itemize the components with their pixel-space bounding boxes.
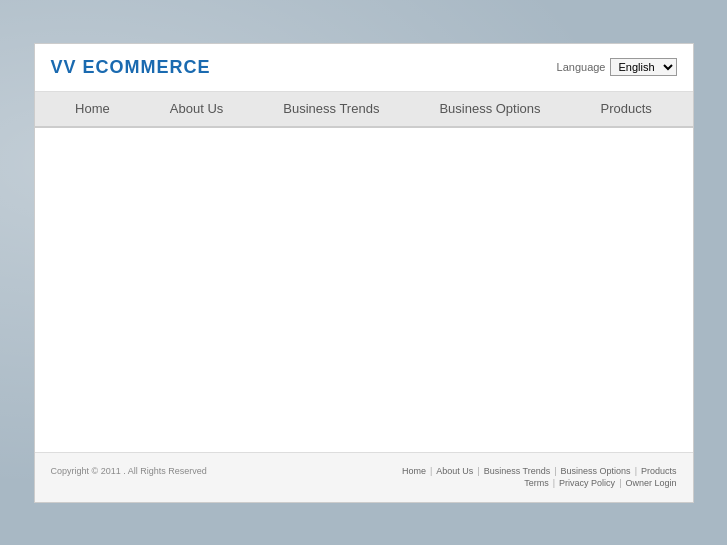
nav-item-business-trends[interactable]: Business Trends (253, 93, 409, 124)
footer-link-home[interactable]: Home (402, 466, 426, 476)
page-wrapper: VV ECOMMERCE Language English Home About… (34, 43, 694, 503)
footer-copyright: Copyright © 2011 . All Rights Reserved (51, 466, 207, 476)
navbar: Home About Us Business Trends Business O… (35, 92, 693, 128)
footer-link-about[interactable]: About Us (436, 466, 473, 476)
footer-link-terms[interactable]: Terms (524, 478, 549, 488)
site-title: VV ECOMMERCE (51, 57, 211, 78)
footer-links-row2: Terms | Privacy Policy | Owner Login (51, 478, 677, 488)
nav-item-products[interactable]: Products (571, 93, 682, 124)
footer-link-products[interactable]: Products (641, 466, 677, 476)
nav-item-business-options[interactable]: Business Options (409, 93, 570, 124)
header: VV ECOMMERCE Language English (35, 44, 693, 92)
footer-link-owner-login[interactable]: Owner Login (625, 478, 676, 488)
language-selector: Language English (557, 58, 677, 76)
footer-row-1: Copyright © 2011 . All Rights Reserved H… (51, 466, 677, 476)
footer-links-row1: Home | About Us | Business Trends | Busi… (402, 466, 677, 476)
footer: Copyright © 2011 . All Rights Reserved H… (35, 452, 693, 502)
nav-item-about-us[interactable]: About Us (140, 93, 253, 124)
footer-link-privacy[interactable]: Privacy Policy (559, 478, 615, 488)
footer-link-trends[interactable]: Business Trends (484, 466, 551, 476)
language-select[interactable]: English (610, 58, 677, 76)
language-label: Language (557, 61, 606, 73)
nav-item-home[interactable]: Home (45, 93, 140, 124)
main-content (35, 128, 693, 452)
footer-link-options[interactable]: Business Options (561, 466, 631, 476)
